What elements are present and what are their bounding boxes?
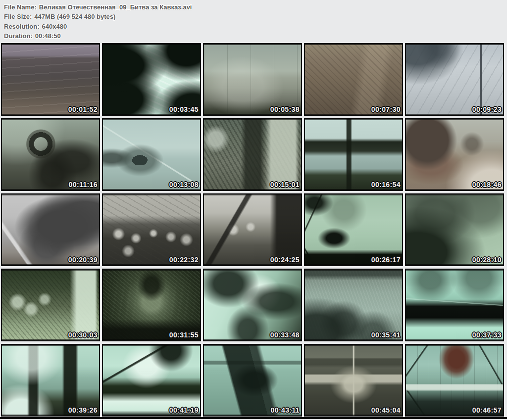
thumbnail-timestamp: 00:37:33 [472, 331, 502, 339]
thumbnail-grid: 00:01:52 00:03:45 00:05:38 00:07:30 00:0… [1, 43, 504, 417]
thumbnail-timestamp: 00:15:01 [270, 181, 300, 188]
duration-line: Duration:00:48:50 [4, 31, 192, 41]
thumbnail-timestamp: 00:26:17 [371, 256, 401, 264]
file-size-line: File Size:447MB (469 524 480 bytes) [4, 12, 192, 21]
video-thumbnail: 00:15:01 [203, 118, 302, 191]
video-thumbnail: 00:05:38 [203, 43, 302, 116]
thumbnail-timestamp: 00:31:55 [169, 331, 199, 339]
file-name-label: File Name: [4, 3, 37, 11]
thumbnail-timestamp: 00:45:04 [371, 406, 401, 414]
thumbnail-timestamp: 00:39:26 [68, 406, 98, 414]
thumbnail-timestamp: 00:46:57 [472, 406, 502, 414]
video-thumbnail: 00:46:57 [405, 344, 504, 417]
thumbnail-timestamp: 00:28:10 [472, 256, 502, 264]
video-thumbnail: 00:31:55 [102, 269, 201, 341]
thumbnail-timestamp: 00:35:41 [371, 331, 401, 339]
file-name-line: File Name:Великая Отечественная_09_Битва… [4, 2, 192, 12]
thumbnail-timestamp: 00:30:03 [68, 331, 98, 339]
resolution-line: Resolution:640x480 [4, 22, 192, 31]
video-thumbnail: 00:26:17 [304, 193, 403, 266]
file-size-label: File Size: [4, 13, 32, 20]
video-thumbnail: 00:24:25 [203, 193, 302, 266]
thumbnail-timestamp: 00:41:19 [169, 406, 199, 414]
video-thumbnail: 00:22:32 [102, 193, 201, 266]
video-thumbnail: 00:07:30 [304, 43, 403, 116]
thumbnail-timestamp: 00:09:23 [472, 105, 502, 113]
thumbnail-timestamp: 00:22:32 [169, 256, 199, 264]
thumbnail-timestamp: 00:20:39 [68, 256, 98, 264]
resolution-value: 640x480 [42, 23, 67, 30]
duration-label: Duration: [4, 32, 33, 40]
video-thumbnail: 00:39:26 [1, 344, 100, 417]
resolution-label: Resolution: [4, 23, 40, 30]
video-thumbnail: 00:41:19 [102, 344, 201, 417]
thumbnail-timestamp: 00:24:25 [270, 256, 300, 264]
file-size-value: 447MB (469 524 480 bytes) [34, 13, 115, 20]
duration-value: 00:48:50 [35, 32, 61, 40]
video-thumbnail: 00:13:08 [102, 118, 201, 191]
video-thumbnail: 00:33:48 [203, 269, 302, 341]
thumbnail-timestamp: 00:16:54 [371, 181, 401, 188]
video-thumbnail: 00:09:23 [405, 43, 504, 116]
thumbnail-timestamp: 00:18:46 [472, 181, 502, 188]
video-thumbnail: 00:43:11 [203, 344, 302, 417]
video-thumbnail: 00:30:03 [1, 269, 100, 341]
video-thumbnail: 00:11:16 [1, 118, 100, 191]
thumbnail-timestamp: 00:11:16 [69, 181, 98, 188]
bottom-divider [0, 417, 507, 419]
thumbnail-timestamp: 00:03:45 [169, 105, 199, 113]
video-thumbnail: 00:37:33 [405, 269, 504, 341]
thumbnail-timestamp: 00:43:11 [271, 406, 300, 414]
video-thumbnail: 00:01:52 [1, 43, 100, 116]
thumbnail-timestamp: 00:13:08 [169, 181, 199, 188]
file-info-block: File Name:Великая Отечественная_09_Битва… [4, 2, 192, 41]
file-name-value: Великая Отечественная_09_Битва за Кавказ… [39, 3, 192, 11]
thumbnail-timestamp: 00:01:52 [68, 105, 98, 113]
thumbnail-timestamp: 00:33:48 [270, 331, 300, 339]
video-thumbnail: 00:03:45 [102, 43, 201, 116]
video-thumbnail: 00:20:39 [1, 193, 100, 266]
video-thumbnail: 00:16:54 [304, 118, 403, 191]
thumbnail-timestamp: 00:05:38 [270, 105, 300, 113]
video-thumbnail: 00:35:41 [304, 269, 403, 341]
video-thumbnail: 00:45:04 [304, 344, 403, 417]
video-thumbnail: 00:18:46 [405, 118, 504, 191]
video-thumbnail: 00:28:10 [405, 193, 504, 266]
thumbnail-timestamp: 00:07:30 [371, 105, 401, 113]
